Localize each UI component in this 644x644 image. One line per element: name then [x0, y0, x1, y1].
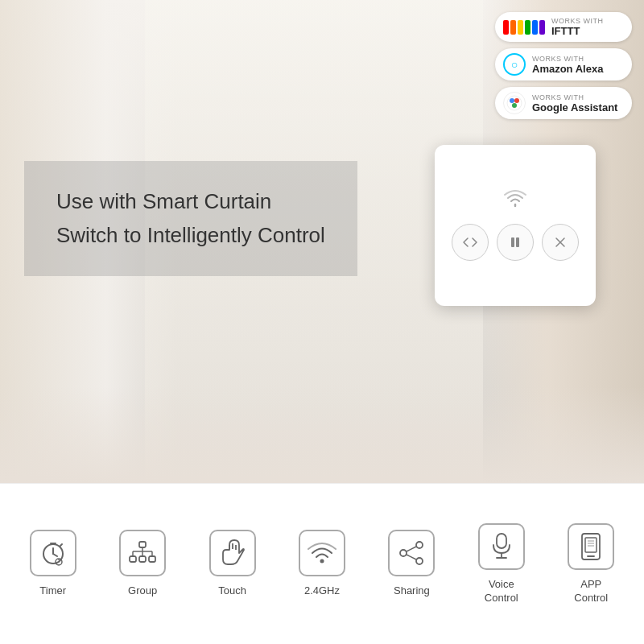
svg-point-26 — [416, 542, 423, 548]
voice-label: VoiceControl — [485, 578, 518, 605]
svg-rect-17 — [130, 556, 136, 562]
svg-line-30 — [407, 555, 416, 559]
svg-rect-16 — [139, 542, 146, 547]
switch-wifi-icon — [503, 190, 527, 212]
voice-icon — [478, 523, 525, 570]
svg-line-12 — [60, 544, 62, 546]
overlay-line-1: Use with Smart Curtain — [56, 185, 325, 219]
ifttt-works-label: WORKS WITH — [551, 17, 604, 25]
alexa-works-label: WORKS WITH — [532, 55, 603, 63]
svg-line-29 — [407, 547, 416, 551]
alexa-name-label: Amazon Alexa — [532, 63, 603, 75]
svg-point-25 — [320, 559, 324, 564]
svg-rect-5 — [516, 237, 519, 247]
group-label: Group — [128, 584, 157, 598]
overlay-line-2: Switch to Intelligently Control — [56, 219, 325, 253]
switch-device — [435, 145, 596, 306]
ifttt-logo — [503, 20, 545, 35]
alexa-text: WORKS WITH Amazon Alexa — [532, 55, 603, 75]
touch-icon — [209, 530, 256, 576]
google-text: WORKS WITH Google Assistant — [532, 93, 617, 114]
sharing-icon — [388, 530, 435, 576]
svg-rect-35 — [585, 538, 597, 552]
svg-point-28 — [416, 558, 423, 564]
ifttt-name-label: IFTTT — [551, 25, 604, 37]
switch-btn-pause[interactable] — [497, 224, 534, 261]
svg-point-1 — [510, 98, 514, 103]
svg-rect-31 — [497, 534, 506, 548]
feature-touch: Touch — [192, 530, 273, 598]
svg-point-2 — [514, 98, 519, 103]
timer-label: Timer — [39, 584, 66, 598]
svg-point-3 — [512, 103, 517, 108]
bed-area — [0, 386, 644, 483]
feature-voice: VoiceControl — [461, 523, 542, 605]
google-icon — [503, 92, 526, 114]
google-badge: WORKS WITH Google Assistant — [495, 87, 632, 119]
touch-label: Touch — [218, 584, 246, 598]
text-overlay: Use with Smart Curtain Switch to Intelli… — [24, 161, 357, 276]
feature-group: Group — [102, 530, 183, 598]
alexa-badge: ○ WORKS WITH Amazon Alexa — [495, 48, 632, 80]
svg-rect-4 — [511, 237, 514, 247]
app-icon — [568, 523, 614, 570]
wifi-label: 2.4GHz — [304, 584, 340, 598]
wifi-2-4-icon — [299, 530, 345, 576]
sharing-label: Sharing — [394, 584, 430, 598]
feature-timer: Timer — [13, 530, 93, 598]
google-name-label: Google Assistant — [532, 101, 617, 114]
app-label: APPControl — [574, 578, 608, 605]
switch-buttons — [452, 224, 579, 261]
compatibility-badges: WORKS WITH IFTTT ○ WORKS WITH Amazon Ale… — [495, 12, 632, 119]
switch-btn-close[interactable] — [542, 224, 579, 261]
feature-app: APPControl — [551, 523, 631, 605]
ifttt-badge: WORKS WITH IFTTT — [495, 12, 632, 42]
timer-icon — [30, 530, 76, 576]
feature-wifi: 2.4GHz — [282, 530, 362, 598]
svg-rect-18 — [139, 556, 146, 562]
ifttt-text: WORKS WITH IFTTT — [551, 17, 604, 37]
svg-line-10 — [53, 554, 57, 556]
alexa-icon: ○ — [503, 53, 526, 76]
group-icon — [119, 530, 166, 576]
hero-section: WORKS WITH IFTTT ○ WORKS WITH Amazon Ale… — [0, 0, 644, 483]
svg-point-27 — [400, 550, 407, 556]
feature-sharing: Sharing — [371, 530, 452, 598]
google-works-label: WORKS WITH — [532, 93, 617, 101]
features-bar: Timer Group — [0, 483, 644, 644]
svg-rect-19 — [149, 556, 155, 562]
switch-btn-open[interactable] — [452, 224, 489, 261]
